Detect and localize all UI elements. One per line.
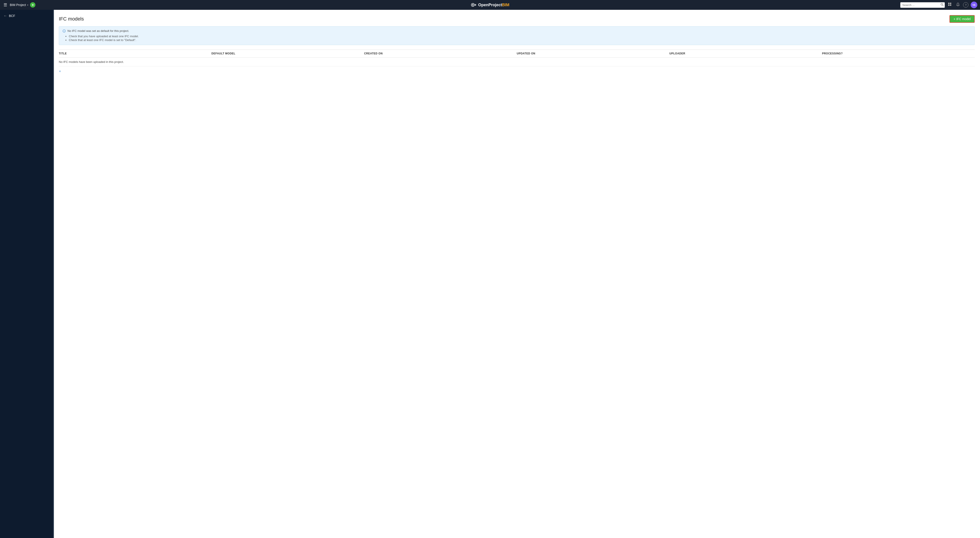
add-row-icon: + bbox=[59, 69, 61, 73]
main-content: IFC models + IFC model i No IFC model wa… bbox=[54, 10, 980, 538]
svg-rect-8 bbox=[950, 3, 951, 4]
col-uploader: UPLOADER bbox=[669, 52, 822, 55]
logo-bim: BIM bbox=[502, 3, 509, 7]
project-name: BIM Project bbox=[10, 3, 26, 7]
col-updated-on: UPDATED ON bbox=[517, 52, 669, 55]
page-title: IFC models bbox=[59, 16, 84, 22]
hamburger-icon[interactable]: ☰ bbox=[3, 2, 8, 8]
project-selector[interactable]: BIM Project ▾ bbox=[10, 3, 28, 7]
topnav-center: OpenProjectBIM bbox=[328, 3, 652, 7]
avatar-initials: VE bbox=[972, 3, 976, 6]
help-icon[interactable]: ? bbox=[963, 2, 969, 8]
page-header: IFC models + IFC model bbox=[59, 15, 975, 23]
svg-text:i: i bbox=[64, 30, 65, 32]
svg-point-11 bbox=[958, 6, 958, 6]
sidebar-back-label: BCF bbox=[9, 14, 15, 18]
sidebar-back-button[interactable]: ← BCF bbox=[0, 12, 54, 20]
grid-icon[interactable] bbox=[947, 2, 953, 8]
svg-line-6 bbox=[943, 5, 944, 6]
svg-point-5 bbox=[941, 3, 943, 5]
bell-icon[interactable] bbox=[955, 2, 961, 8]
col-processing: PROCESSING? bbox=[822, 52, 975, 55]
svg-rect-7 bbox=[948, 3, 950, 4]
svg-rect-10 bbox=[950, 5, 951, 6]
col-title: TITLE bbox=[59, 52, 212, 55]
logo: OpenProjectBIM bbox=[471, 3, 509, 7]
search-input[interactable] bbox=[902, 3, 940, 7]
sidebar: ← BCF bbox=[0, 10, 54, 538]
col-created-on: CREATED ON bbox=[364, 52, 517, 55]
topnav-right: ? VE bbox=[652, 2, 977, 8]
topnav-left: ☰ BIM Project ▾ + bbox=[3, 2, 328, 8]
info-bullets: Check that you have uploaded at least on… bbox=[69, 35, 971, 42]
sidebar-resize-handle[interactable] bbox=[53, 10, 54, 538]
info-icon: i bbox=[63, 29, 66, 33]
info-bullet-2: Check that at least one IFC model is set… bbox=[69, 38, 971, 42]
info-box: i No IFC model was set as default for th… bbox=[59, 26, 975, 45]
search-box[interactable] bbox=[900, 2, 945, 8]
add-project-button[interactable]: + bbox=[30, 2, 35, 8]
info-bullet-1: Check that you have uploaded at least on… bbox=[69, 35, 971, 38]
logo-icon bbox=[471, 3, 477, 7]
search-icon bbox=[940, 3, 944, 7]
add-ifc-button-label: + IFC model bbox=[953, 17, 970, 21]
info-header: i No IFC model was set as default for th… bbox=[63, 29, 971, 33]
ifc-table: TITLE DEFAULT MODEL CREATED ON UPDATED O… bbox=[59, 49, 975, 77]
svg-point-1 bbox=[472, 4, 474, 6]
info-message: No IFC model was set as default for this… bbox=[67, 29, 129, 32]
add-ifc-button[interactable]: + IFC model bbox=[950, 15, 975, 23]
topnav: ☰ BIM Project ▾ + OpenProjectBIM bbox=[0, 0, 980, 10]
table-add-row-button[interactable]: + bbox=[59, 67, 975, 77]
svg-rect-9 bbox=[948, 5, 950, 6]
back-arrow-icon: ← bbox=[3, 14, 7, 18]
col-default-model: DEFAULT MODEL bbox=[212, 52, 364, 55]
avatar[interactable]: VE bbox=[970, 2, 977, 8]
table-header: TITLE DEFAULT MODEL CREATED ON UPDATED O… bbox=[59, 50, 975, 57]
logo-text: OpenProjectBIM bbox=[478, 3, 509, 7]
logo-openproject: OpenProject bbox=[478, 3, 502, 7]
chevron-down-icon: ▾ bbox=[27, 4, 28, 6]
table-empty-message: No IFC models have been uploaded in this… bbox=[59, 57, 975, 67]
